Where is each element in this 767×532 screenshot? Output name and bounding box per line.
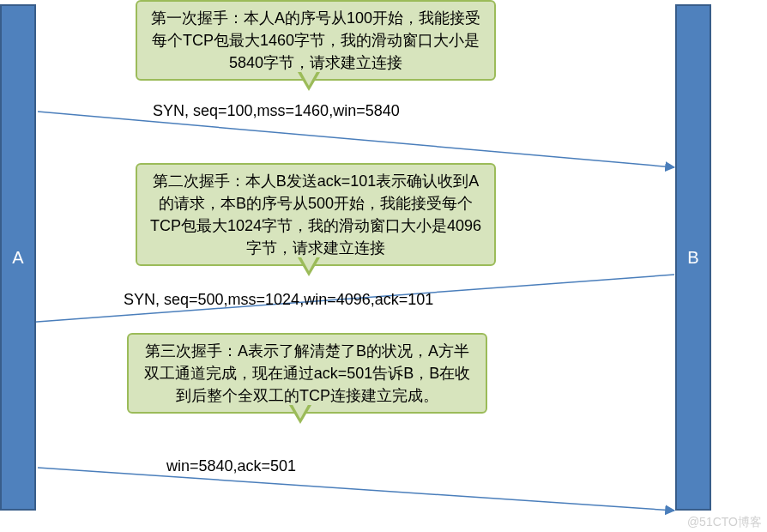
endpoint-a-label: A bbox=[12, 248, 23, 268]
callout-handshake-3: 第三次握手：A表示了解清楚了B的状况，A方半双工通道完成，现在通过ack=501… bbox=[127, 333, 487, 414]
callout-text-1: 第一次握手：本人A的序号从100开始，我能接受每个TCP包最大1460字节，我的… bbox=[151, 9, 480, 71]
arrow-ack bbox=[38, 468, 674, 511]
endpoint-b-label: B bbox=[687, 248, 698, 268]
endpoint-a: A bbox=[0, 4, 36, 511]
callout-text-2: 第二次握手：本人B发送ack=101表示确认收到A的请求，本B的序号从500开始… bbox=[150, 172, 481, 257]
packet-label-1: SYN, seq=100,mss=1460,win=5840 bbox=[153, 102, 400, 120]
packet-label-2: SYN, seq=500,mss=1024,win=4096,ack=101 bbox=[124, 291, 433, 309]
watermark: @51CTO博客 bbox=[687, 515, 762, 530]
callout-handshake-2: 第二次握手：本人B发送ack=101表示确认收到A的请求，本B的序号从500开始… bbox=[136, 163, 496, 266]
callout-handshake-1: 第一次握手：本人A的序号从100开始，我能接受每个TCP包最大1460字节，我的… bbox=[136, 0, 496, 81]
packet-label-3: win=5840,ack=501 bbox=[166, 457, 296, 475]
callout-text-3: 第三次握手：A表示了解清楚了B的状况，A方半双工通道完成，现在通过ack=501… bbox=[144, 342, 471, 404]
endpoint-b: B bbox=[675, 4, 711, 511]
